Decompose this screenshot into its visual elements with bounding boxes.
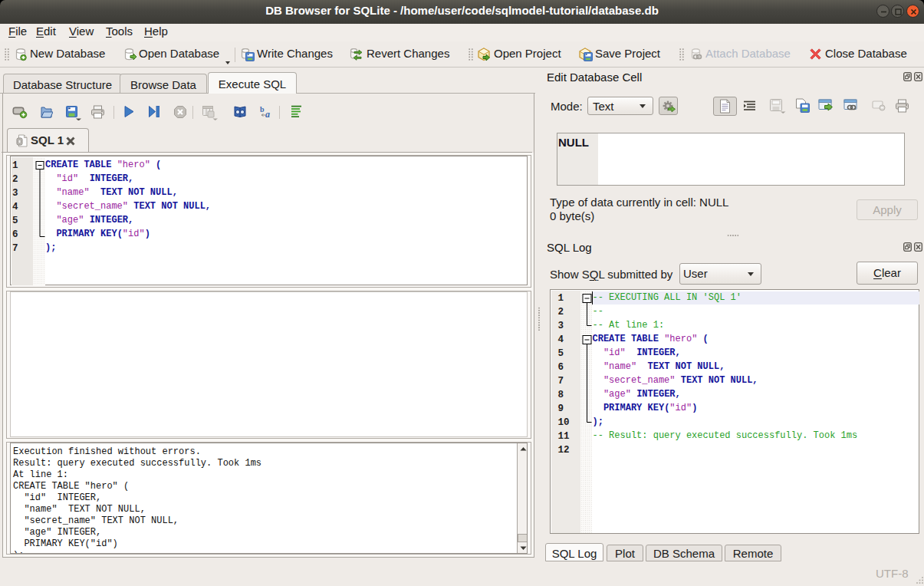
svg-text:b: b bbox=[260, 105, 265, 114]
svg-text:a: a bbox=[265, 109, 270, 119]
